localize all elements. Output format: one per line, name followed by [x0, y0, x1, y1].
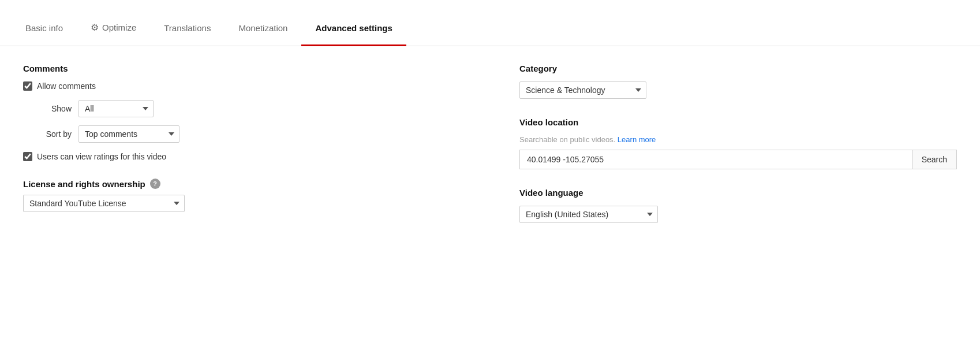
location-desc-text: Searchable on public videos.	[519, 135, 615, 144]
video-location-title: Video location	[519, 117, 957, 127]
show-label: Show	[37, 104, 72, 113]
learn-more-link[interactable]: Learn more	[618, 135, 656, 144]
tab-monetization[interactable]: Monetization	[225, 12, 301, 46]
tab-basic-info[interactable]: Basic info	[12, 12, 77, 46]
license-select[interactable]: Standard YouTube License Creative Common…	[23, 195, 185, 212]
allow-comments-row: Allow comments	[23, 81, 485, 91]
left-column: Comments Allow comments Show All Approve…	[23, 64, 519, 242]
comments-section: Comments Allow comments Show All Approve…	[23, 64, 485, 161]
video-language-title: Video language	[519, 188, 957, 198]
license-section: License and rights ownership ? Standard …	[23, 179, 485, 212]
right-column: Category Science & Technology Education …	[519, 64, 957, 242]
category-section-title: Category	[519, 64, 957, 73]
main-content: Comments Allow comments Show All Approve…	[0, 46, 980, 259]
location-input[interactable]	[519, 150, 912, 169]
license-title-row: License and rights ownership ?	[23, 179, 485, 189]
location-input-row: Search	[519, 150, 957, 169]
tab-optimize-label: Optimize	[102, 23, 136, 32]
category-select[interactable]: Science & Technology Education Entertain…	[519, 81, 646, 99]
ratings-checkbox[interactable]	[23, 152, 32, 161]
optimize-icon: ⚙	[91, 22, 99, 33]
ratings-row: Users can view ratings for this video	[23, 152, 485, 161]
sort-select[interactable]: Top comments Newest first	[78, 125, 179, 143]
allow-comments-checkbox[interactable]	[23, 81, 32, 91]
tabs-bar: Basic info ⚙ Optimize Translations Monet…	[0, 0, 980, 46]
allow-comments-label[interactable]: Allow comments	[37, 81, 96, 91]
category-section: Category Science & Technology Education …	[519, 64, 957, 99]
sort-label: Sort by	[37, 129, 72, 139]
tab-optimize[interactable]: ⚙ Optimize	[77, 10, 150, 46]
show-select[interactable]: All Approved	[78, 100, 154, 117]
tab-translations[interactable]: Translations	[150, 12, 225, 46]
tab-translations-label: Translations	[164, 23, 211, 33]
video-location-section: Video location Searchable on public vide…	[519, 117, 957, 169]
tab-basic-info-label: Basic info	[25, 23, 63, 33]
tab-advanced-settings-label: Advanced settings	[315, 23, 392, 33]
sort-row: Sort by Top comments Newest first	[37, 125, 485, 143]
video-language-section: Video language English (United States) E…	[519, 188, 957, 223]
tab-advanced-settings[interactable]: Advanced settings	[301, 12, 406, 46]
language-select[interactable]: English (United States) English (United …	[519, 206, 658, 223]
location-description: Searchable on public videos. Learn more	[519, 135, 957, 144]
ratings-label[interactable]: Users can view ratings for this video	[37, 152, 166, 161]
search-button[interactable]: Search	[912, 150, 957, 169]
tab-monetization-label: Monetization	[238, 23, 287, 33]
comments-section-title: Comments	[23, 64, 485, 73]
license-section-title: License and rights ownership	[23, 179, 145, 189]
help-icon[interactable]: ?	[150, 179, 160, 189]
show-row: Show All Approved	[37, 100, 485, 117]
